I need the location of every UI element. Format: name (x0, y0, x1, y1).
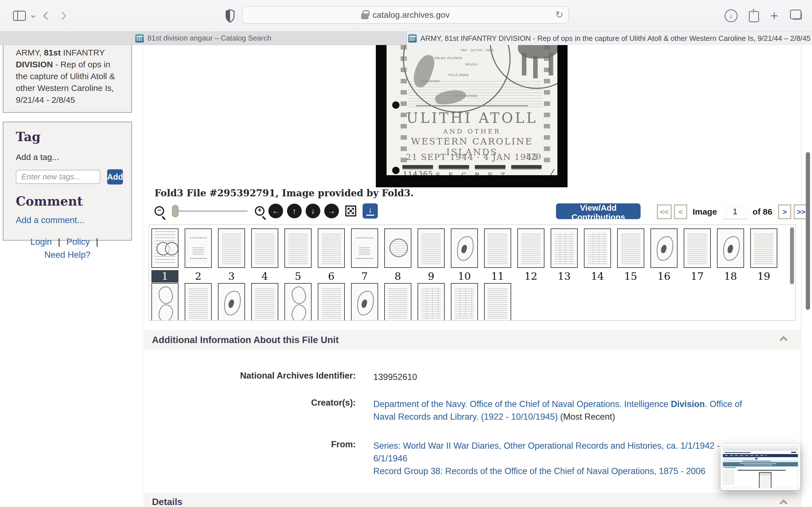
page-thumbnail-image[interactable] (351, 228, 378, 268)
series-link[interactable]: Series: World War II War Diaries, Other … (373, 439, 757, 465)
page-thumbnail-image[interactable] (318, 283, 345, 321)
image-number-input[interactable] (722, 204, 748, 219)
thumbnail-page-1[interactable]: 1 (151, 228, 179, 283)
thumbnail-page-5[interactable]: 5 (285, 228, 312, 283)
page-thumbnail-image[interactable] (185, 228, 212, 268)
thumbnail-page-16[interactable]: 16 (651, 228, 677, 283)
page-number[interactable]: 3 (218, 270, 245, 283)
page-number[interactable]: 15 (617, 270, 644, 283)
creator-link[interactable]: Department of the Navy. Office of the Ch… (373, 399, 742, 421)
page-number[interactable]: 19 (750, 270, 777, 283)
zoom-slider-handle[interactable] (172, 205, 179, 217)
page-thumbnail-image[interactable] (551, 228, 578, 268)
address-bar[interactable]: catalog.archives.gov ↻ (242, 6, 569, 24)
page-thumbnail-image[interactable] (185, 283, 212, 321)
thumbnail-page-13[interactable]: 13 (551, 228, 578, 283)
page-number[interactable]: 10 (451, 270, 478, 283)
page-thumbnail-image[interactable] (617, 228, 644, 268)
thumbnail-page-3[interactable]: 3 (218, 228, 245, 283)
thumbnail-page-10[interactable]: 10 (451, 228, 478, 283)
page-thumbnail-image[interactable] (218, 283, 245, 321)
next-image-button[interactable]: > (778, 205, 791, 219)
pan-right-button[interactable]: → (324, 204, 339, 218)
page-thumbnail-image[interactable] (151, 283, 179, 321)
zoom-in-icon[interactable]: + (255, 206, 264, 216)
need-help-link[interactable]: Need Help? (44, 250, 91, 260)
page-thumbnail-image[interactable] (750, 228, 777, 268)
reload-icon[interactable]: ↻ (555, 9, 564, 20)
add-comment-link[interactable]: Add a comment... (16, 215, 84, 225)
page-number[interactable]: 9 (417, 270, 445, 283)
page-number[interactable]: 12 (517, 270, 545, 283)
page-number[interactable]: 7 (351, 270, 378, 283)
page-thumbnail-image[interactable] (684, 228, 711, 268)
tab-overview-icon[interactable] (792, 12, 802, 20)
fullscreen-icon[interactable] (345, 205, 357, 217)
download-image-button[interactable]: ↓ (363, 203, 378, 219)
collapse-chevron-icon[interactable] (779, 499, 788, 507)
page-thumbnail-image[interactable] (251, 283, 278, 321)
page-thumbnail-image[interactable] (651, 228, 677, 268)
page-number[interactable]: 4 (251, 270, 278, 283)
tab-record-page[interactable]: ARMY, 81st INFANTRY DIVISION - Rep of op… (407, 32, 812, 45)
add-tag-button[interactable]: Add (107, 169, 123, 184)
thumbnail-page-7[interactable]: 7 (351, 228, 378, 283)
page-scrollbar[interactable] (806, 152, 810, 310)
page-thumbnail-image[interactable] (584, 228, 611, 268)
back-icon[interactable] (43, 12, 51, 20)
page-thumbnail-image[interactable] (717, 228, 744, 268)
thumbnail-page-2[interactable]: 2 (185, 228, 212, 283)
thumbnail-page-12[interactable]: 12 (517, 228, 545, 283)
sidebar-toggle-icon[interactable] (13, 11, 26, 21)
policy-link[interactable]: Policy (66, 237, 90, 247)
zoom-out-icon[interactable]: − (154, 206, 164, 216)
thumbnail-scrollbar[interactable] (790, 227, 794, 284)
thumbnail-page-4[interactable]: 4 (251, 228, 278, 283)
page-thumbnail-image[interactable] (517, 228, 545, 268)
pan-left-button[interactable]: ← (268, 204, 283, 218)
thumbnail-page[interactable] (318, 283, 345, 321)
zoom-slider[interactable] (172, 210, 248, 212)
thumbnail-page[interactable] (185, 283, 212, 321)
tag-input[interactable] (16, 170, 100, 184)
thumbnail-page-11[interactable]: 11 (484, 228, 511, 283)
thumbnail-page[interactable] (484, 283, 511, 321)
additional-info-header[interactable]: Additional Information About this File U… (144, 330, 802, 350)
page-thumbnail-image[interactable] (417, 283, 445, 321)
thumbnail-page-17[interactable]: 17 (684, 228, 711, 283)
collapse-chevron-icon[interactable] (779, 336, 788, 344)
page-thumbnail-image[interactable] (151, 228, 179, 268)
record-group-link[interactable]: Record Group 38: Records of the Office o… (373, 465, 757, 477)
page-number[interactable]: 14 (584, 270, 611, 283)
thumbnail-page[interactable] (151, 283, 179, 321)
chevron-down-icon[interactable] (31, 13, 36, 18)
page-preview-window[interactable] (721, 444, 800, 490)
pan-down-button[interactable]: ↓ (306, 204, 320, 218)
share-icon[interactable]: ↑ (749, 11, 759, 22)
details-header[interactable]: Details (144, 493, 802, 507)
page-number[interactable]: 18 (717, 270, 744, 283)
page-thumbnail-image[interactable] (318, 228, 345, 268)
page-thumbnail-image[interactable] (417, 228, 445, 268)
thumbnail-page[interactable] (417, 283, 445, 321)
page-number[interactable]: 8 (384, 270, 411, 283)
page-number[interactable]: 13 (551, 270, 578, 283)
thumbnail-page-9[interactable]: 9 (417, 228, 445, 283)
thumbnail-page-19[interactable]: 19 (750, 228, 777, 283)
thumbnail-page-18[interactable]: 18 (717, 228, 744, 283)
page-number[interactable]: 5 (285, 270, 312, 283)
page-number[interactable]: 11 (484, 270, 511, 283)
thumbnail-page[interactable] (218, 283, 245, 321)
privacy-shield-icon[interactable] (225, 9, 236, 24)
document-viewer[interactable]: YAP · ULITHI · FAIS PALAU ISLANDS NGULU … (376, 45, 567, 187)
page-thumbnail-image[interactable] (384, 228, 411, 268)
page-number[interactable]: 17 (684, 270, 711, 283)
page-number[interactable]: 16 (651, 270, 677, 283)
page-thumbnail-image[interactable] (351, 283, 378, 321)
tab-catalog-search[interactable]: 81st division angaur – Catalog Search (0, 32, 407, 45)
new-tab-icon[interactable]: + (770, 9, 778, 22)
page-thumbnail-image[interactable] (285, 228, 312, 268)
previous-image-button[interactable]: < (674, 205, 687, 219)
page-thumbnail-image[interactable] (484, 283, 511, 321)
page-thumbnail-image[interactable] (285, 283, 312, 321)
